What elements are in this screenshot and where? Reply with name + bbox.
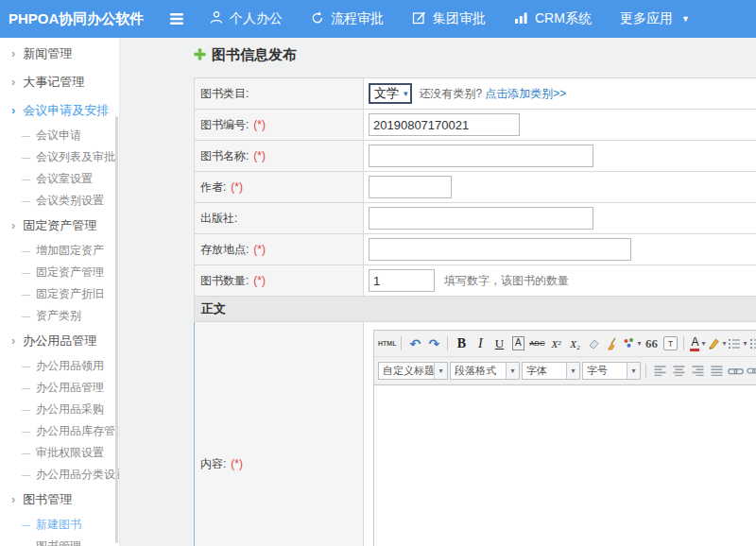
sidebar-item-supplies-category[interactable]: —办公用品分类设置	[0, 464, 119, 486]
sidebar-item-new-book[interactable]: —新建图书	[0, 514, 119, 536]
book-category-select[interactable]: 文学 ▾	[369, 83, 412, 104]
nav-crm-system[interactable]: CRM系统	[514, 10, 592, 27]
book-no-input[interactable]	[369, 113, 520, 136]
sidebar-item-meeting-apply[interactable]: —会议申请	[0, 125, 119, 146]
ordered-list-button[interactable]: ▾	[728, 335, 747, 352]
editor-toolbar-row2: 自定义标题 ▾ 段落格式 ▾ 字体 ▾ 字号 ▾	[374, 357, 756, 385]
sidebar-group-label: 大事记管理	[23, 75, 84, 89]
book-category-selected-value: 文学	[374, 85, 399, 102]
paste-as-text-button[interactable]: T	[662, 335, 679, 352]
sidebar-scrollbar[interactable]	[115, 116, 118, 543]
book-name-input[interactable]	[369, 145, 593, 167]
flow-icon	[311, 10, 324, 27]
unordered-list-button[interactable]: ▾	[749, 335, 756, 352]
editor-content-area[interactable]	[374, 385, 756, 546]
font-border-button[interactable]: A	[509, 335, 526, 352]
format-painter-button[interactable]	[604, 335, 621, 352]
font-color-button[interactable]: A ▾	[689, 335, 706, 352]
sidebar-item-label: 会议类别设置	[36, 194, 104, 207]
sidebar-group-label: 固定资产管理	[23, 218, 96, 232]
sidebar-item-approval-permission[interactable]: —审批权限设置	[0, 442, 119, 464]
sidebar-item-meeting-list[interactable]: —会议列表及审批	[0, 146, 119, 168]
sidebar-group-news[interactable]: ›新闻管理	[0, 40, 119, 68]
sidebar-item-supplies-manage[interactable]: —办公用品管理	[0, 377, 119, 399]
sidebar-group-memorabilia[interactable]: ›大事记管理	[0, 68, 119, 96]
hamburger-menu-icon[interactable]	[168, 12, 185, 26]
source-code-button[interactable]: HTML	[378, 335, 396, 352]
undo-button[interactable]: ↶	[406, 335, 423, 352]
location-input[interactable]	[369, 238, 631, 261]
italic-button[interactable]: I	[472, 335, 489, 352]
field-label-cell: 作者: (*)	[195, 172, 364, 202]
remove-format-button[interactable]	[585, 335, 602, 352]
strikethrough-button[interactable]: ABC	[528, 335, 545, 352]
font-size-select[interactable]: 字号 ▾	[582, 362, 641, 380]
boxed-a-icon: A	[512, 336, 524, 350]
superscript-button[interactable]: X²	[547, 335, 564, 352]
author-input[interactable]	[369, 176, 452, 198]
unlink-button[interactable]	[746, 363, 756, 380]
nav-group-approval[interactable]: 集团审批	[412, 10, 486, 27]
sidebar-group-office-supplies[interactable]: ›办公用品管理	[0, 327, 119, 355]
add-category-link[interactable]: 点击添加类别>>	[485, 86, 566, 102]
quantity-input[interactable]	[369, 269, 435, 292]
chevron-right-icon: ›	[11, 75, 15, 89]
required-mark: (*)	[231, 180, 243, 194]
sidebar-item-supplies-purchase[interactable]: —办公用品采购	[0, 399, 119, 420]
toolbar-separator	[645, 364, 646, 378]
toolbar-separator	[447, 336, 448, 350]
sidebar-item-label: 会议列表及审批	[36, 150, 115, 163]
align-center-button[interactable]	[670, 363, 687, 380]
rich-text-editor: HTML ↶ ↷ B I U A ABC X² X₂	[373, 330, 756, 546]
sidebar-group-fixed-assets[interactable]: ›固定资产管理	[0, 212, 119, 240]
sidebar-group-books[interactable]: ›图书管理	[0, 486, 119, 514]
blockquote-button[interactable]: 66	[643, 335, 660, 352]
dash-icon: —	[22, 268, 30, 278]
sidebar-item-asset-category[interactable]: —资产类别	[0, 305, 119, 327]
sidebar-item-book-manage[interactable]: —图书管理	[0, 536, 119, 546]
nav-more-apps[interactable]: 更多应用 ▼	[620, 10, 690, 27]
nav-process-approval[interactable]: 流程审批	[311, 10, 384, 27]
bold-button[interactable]: B	[453, 335, 470, 352]
sidebar-item-supplies-claim[interactable]: —办公用品领用	[0, 355, 119, 377]
chevron-right-icon: ›	[11, 46, 15, 60]
dash-icon: —	[22, 449, 30, 458]
user-icon	[210, 10, 223, 27]
page-title: 图书信息发布	[194, 46, 297, 64]
sidebar-item-meeting-category[interactable]: —会议类别设置	[0, 190, 119, 212]
nav-label: CRM系统	[535, 10, 592, 27]
field-label-cell: 图书类目:	[195, 78, 364, 109]
sidebar-item-meeting-room[interactable]: —会议室设置	[0, 168, 119, 190]
font-family-select[interactable]: 字体 ▾	[522, 362, 580, 380]
field-value-cell	[364, 110, 756, 140]
nav-personal-office[interactable]: 个人办公	[210, 10, 283, 27]
unordered-list-icon	[749, 338, 756, 350]
custom-heading-select[interactable]: 自定义标题 ▾	[378, 362, 448, 380]
align-left-button[interactable]	[651, 363, 668, 380]
align-justify-button[interactable]	[708, 363, 725, 380]
align-right-button[interactable]	[689, 363, 706, 380]
field-value-cell	[364, 203, 756, 233]
sidebar-item-add-asset[interactable]: —增加固定资产	[0, 240, 119, 262]
underline-button[interactable]: U	[490, 335, 507, 352]
redo-button[interactable]: ↷	[425, 335, 442, 352]
paragraph-format-select[interactable]: 段落格式 ▾	[450, 362, 520, 380]
highlight-color-button[interactable]: ▾	[708, 335, 726, 352]
sidebar-item-label: 会议申请	[36, 128, 81, 142]
field-value-cell: 填写数字，该图书的数量	[364, 265, 756, 296]
sidebar-item-asset-manage[interactable]: —固定资产管理	[0, 262, 119, 283]
sidebar-item-label: 会议室设置	[36, 172, 93, 185]
sidebar-item-asset-depreciation[interactable]: —固定资产折旧	[0, 283, 119, 305]
toolbar-separator	[401, 336, 402, 350]
field-label-cell: 内容: (*)	[195, 322, 364, 546]
sidebar-item-label: 审批权限设置	[36, 446, 104, 459]
color-palette-button[interactable]: ▾	[623, 335, 641, 352]
form-row-location: 存放地点: (*)	[194, 234, 756, 265]
publisher-input[interactable]	[369, 207, 593, 230]
align-center-icon	[673, 366, 685, 376]
subscript-button[interactable]: X₂	[566, 335, 583, 352]
field-label-cell: 存放地点: (*)	[195, 234, 364, 264]
sidebar-item-supplies-inventory[interactable]: —办公用品库存管理	[0, 420, 119, 442]
insert-link-button[interactable]	[727, 363, 744, 380]
sidebar-group-meeting[interactable]: ›会议申请及安排	[0, 96, 119, 125]
